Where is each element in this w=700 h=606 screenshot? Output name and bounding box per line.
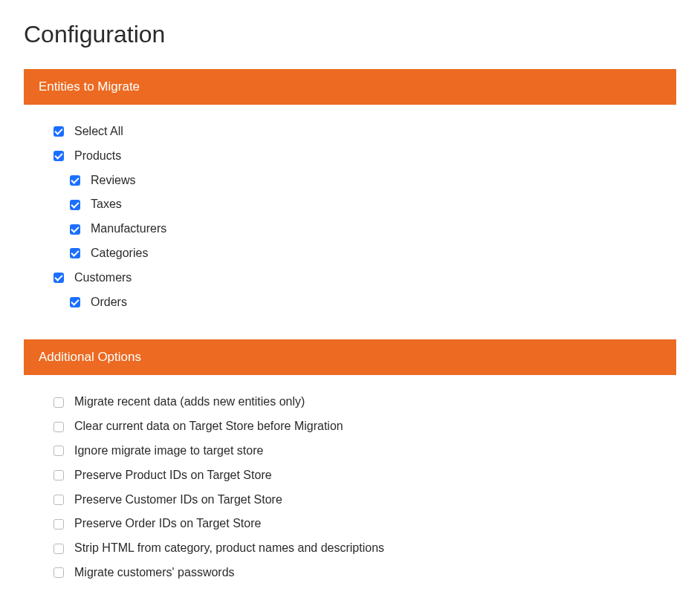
- select-all-label: Select All: [74, 124, 123, 140]
- orders-row: Orders: [54, 290, 676, 315]
- preserve-product-ids-label: Preserve Product IDs on Target Store: [74, 468, 272, 483]
- options-panel: Additional Options Migrate recent data (…: [24, 339, 676, 592]
- reviews-row: Reviews: [54, 169, 676, 193]
- taxes-row: Taxes: [54, 192, 676, 217]
- ignore-images-row: Ignore migrate image to target store: [54, 439, 676, 463]
- preserve-product-ids-checkbox[interactable]: [54, 470, 64, 480]
- customers-label: Customers: [74, 270, 132, 286]
- manufacturers-checkbox[interactable]: [70, 224, 80, 235]
- options-panel-header: Additional Options: [24, 339, 676, 375]
- clear-target-label: Clear current data on Target Store befor…: [74, 419, 343, 434]
- categories-label: Categories: [91, 246, 148, 261]
- manufacturers-row: Manufacturers: [54, 217, 676, 241]
- orders-label: Orders: [91, 295, 127, 310]
- manufacturers-label: Manufacturers: [91, 221, 166, 237]
- strip-html-checkbox[interactable]: [54, 544, 64, 554]
- reviews-label: Reviews: [91, 173, 135, 189]
- ignore-images-checkbox[interactable]: [54, 446, 64, 456]
- migrate-passwords-row: Migrate customers' passwords: [54, 561, 676, 585]
- preserve-product-ids-row: Preserve Product IDs on Target Store: [54, 463, 676, 488]
- products-checkbox[interactable]: [54, 151, 64, 161]
- customers-row: Customers: [54, 266, 676, 290]
- preserve-customer-ids-checkbox[interactable]: [54, 495, 64, 505]
- categories-row: Categories: [54, 241, 676, 266]
- select-all-checkbox[interactable]: [54, 126, 64, 137]
- migrate-passwords-checkbox[interactable]: [54, 567, 64, 578]
- orders-checkbox[interactable]: [70, 297, 80, 307]
- migrate-recent-row: Migrate recent data (adds new entities o…: [54, 390, 676, 414]
- migrate-recent-checkbox[interactable]: [54, 397, 64, 408]
- clear-target-checkbox[interactable]: [54, 422, 64, 432]
- entities-panel-body: Select All Products Reviews Taxes Manufa…: [24, 105, 676, 322]
- preserve-order-ids-row: Preserve Order IDs on Target Store: [54, 512, 676, 536]
- preserve-customer-ids-label: Preserve Customer IDs on Target Store: [74, 492, 282, 508]
- ignore-images-label: Ignore migrate image to target store: [74, 443, 263, 459]
- migrate-passwords-label: Migrate customers' passwords: [74, 565, 235, 581]
- taxes-label: Taxes: [91, 197, 122, 212]
- categories-checkbox[interactable]: [70, 248, 80, 258]
- taxes-checkbox[interactable]: [70, 200, 80, 210]
- clear-target-row: Clear current data on Target Store befor…: [54, 414, 676, 439]
- preserve-customer-ids-row: Preserve Customer IDs on Target Store: [54, 488, 676, 512]
- preserve-order-ids-checkbox[interactable]: [54, 519, 64, 530]
- migrate-recent-label: Migrate recent data (adds new entities o…: [74, 394, 305, 410]
- select-all-row: Select All: [54, 120, 676, 144]
- options-panel-body: Migrate recent data (adds new entities o…: [24, 375, 676, 592]
- products-row: Products: [54, 144, 676, 169]
- reviews-checkbox[interactable]: [70, 175, 80, 186]
- customers-checkbox[interactable]: [54, 273, 64, 283]
- strip-html-row: Strip HTML from category, product names …: [54, 536, 676, 561]
- preserve-order-ids-label: Preserve Order IDs on Target Store: [74, 516, 261, 532]
- page-title: Configuration: [24, 21, 676, 48]
- entities-panel-header: Entities to Migrate: [24, 69, 676, 105]
- entities-panel: Entities to Migrate Select All Products …: [24, 69, 676, 322]
- products-label: Products: [74, 149, 121, 164]
- strip-html-label: Strip HTML from category, product names …: [74, 541, 384, 556]
